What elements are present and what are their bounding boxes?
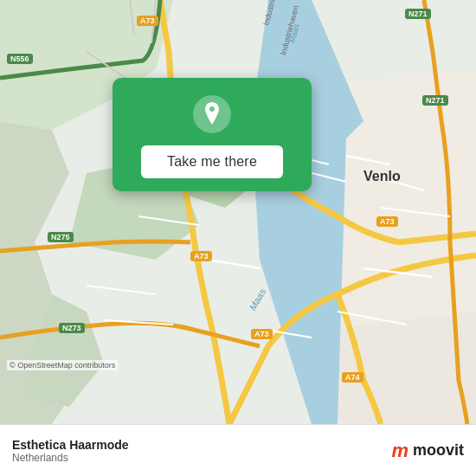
location-name: Esthetica Haarmode [12,438,129,452]
city-label: Venlo [363,169,401,184]
road-badge-n556: N556 [7,54,33,64]
location-info: Esthetica Haarmode Netherlands [12,438,129,464]
location-pin-icon [202,102,222,126]
moovit-m-icon: m [391,440,408,462]
road-badge-n275: N275 [48,232,74,242]
pin-icon-container [193,95,231,133]
road-badge-a73-1: A73 [137,16,158,26]
road-badge-a73-5: A73 [376,216,398,227]
road-badge-a73-3: A73 [190,251,212,261]
road-badge-n271-1: N271 [405,9,431,19]
location-country: Netherlands [12,452,129,464]
road-badge-n271-2: N271 [422,95,448,106]
moovit-brand-name: moovit [413,441,464,460]
bottom-bar: Esthetica Haarmode Netherlands m moovit [0,424,476,476]
popup-card: Take me there [113,78,312,191]
road-badge-a74: A74 [342,372,363,383]
map-container: Industriehaven Maas A73 A73 A73 A73 A73 … [0,0,476,424]
copyright-text: © OpenStreetMap contributors [7,360,118,370]
road-badge-a73-4: A73 [251,329,273,339]
take-me-there-button[interactable]: Take me there [141,145,283,178]
moovit-logo: m moovit [391,440,464,462]
road-badge-n273: N273 [59,323,85,333]
